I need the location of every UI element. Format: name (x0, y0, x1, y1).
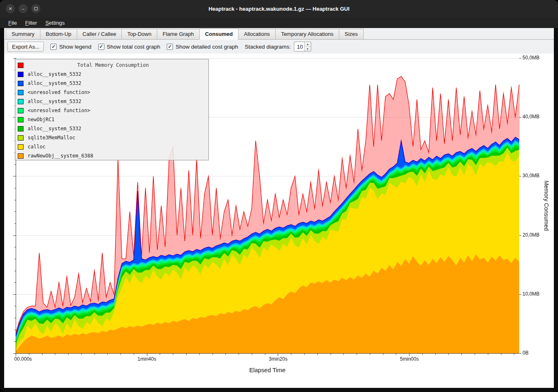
legend-item: alloc__system_5332 (15, 70, 208, 79)
legend-item: alloc__system_5332 (15, 97, 208, 106)
titlebar: ✕ – Heaptrack - heaptrack.wakunode.1.gz … (0, 0, 558, 17)
legend-item: alloc__system_5332 (15, 124, 208, 133)
menu-filter[interactable]: Filter (21, 19, 41, 27)
stacked-diagrams-group: Stacked diagrams: 10 ▲ ▼ (245, 42, 311, 52)
legend-item: newObjRC1 (15, 115, 208, 124)
legend-swatch (18, 81, 24, 86)
y-tick-label: 40,0MB (523, 114, 539, 120)
menu-filter-rest: ilter (28, 20, 37, 26)
legend-item-label: calloc (28, 144, 45, 150)
x-tick-label: 1min40s (137, 356, 156, 362)
x-tick-label: 00.000s (14, 356, 32, 362)
checkbox-box: ✓ (50, 44, 57, 50)
menubar: File Filter Settings (0, 17, 558, 28)
tab-temporary-allocations[interactable]: Temporary Allocations (275, 29, 339, 39)
export-as-button[interactable]: Export As... (7, 42, 44, 52)
check-icon: ✓ (52, 44, 56, 49)
menu-filter-mnemonic: F (25, 20, 28, 26)
legend-item: calloc (15, 142, 208, 151)
legend-swatch (18, 117, 24, 122)
legend-swatch (18, 144, 24, 150)
legend-swatch (18, 135, 24, 141)
menu-file[interactable]: File (4, 19, 21, 27)
chevron-down-icon: ▼ (306, 48, 309, 50)
show-legend-checkbox[interactable]: ✓ Show legend (50, 44, 91, 50)
tab-summary[interactable]: Summary (6, 29, 40, 39)
legend-swatch (18, 99, 24, 104)
menu-file-mnemonic: F (8, 20, 12, 26)
toolbar: Export As... ✓ Show legend ✓ Show total … (4, 40, 554, 54)
menu-file-rest: ile (12, 20, 17, 26)
y-tick-label: 20,0MB (523, 232, 539, 238)
legend-swatch (18, 108, 24, 113)
x-axis-title: Elapsed Time (249, 367, 286, 373)
legend-item-label: rawNewObj__system_6388 (28, 153, 93, 159)
menu-settings[interactable]: Settings (41, 19, 69, 27)
legend-item-label: alloc__system_5332 (28, 80, 81, 86)
y-tick-label: 50,0MB (523, 55, 539, 61)
legend-item-label: alloc__system_5332 (28, 71, 81, 77)
checkbox-label: Show detailed cost graph (175, 44, 238, 50)
x-tick-label: 3min20s (269, 356, 287, 362)
checkbox-label: Show total cost graph (107, 44, 161, 50)
checkbox-box: ✓ (167, 44, 173, 50)
minimize-icon: – (22, 6, 24, 11)
tab-bottom-up[interactable]: Bottom-Up (40, 29, 77, 39)
legend-swatch (18, 72, 24, 77)
spin-down-button[interactable]: ▼ (305, 47, 311, 52)
legend-title-row: Total Memory Consumption (15, 61, 208, 70)
spinbox-value: 10 (294, 42, 304, 51)
tab-allocations[interactable]: Allocations (238, 29, 276, 39)
legend-item: sqlite3MemMalloc (15, 133, 208, 142)
legend-item-label: alloc__system_5332 (28, 99, 81, 104)
legend-item: <unresolved function> (15, 88, 208, 97)
legend-swatch (18, 153, 24, 159)
show-detailed-cost-graph-checkbox[interactable]: ✓ Show detailed cost graph (167, 44, 238, 50)
legend-item: alloc__system_5332 (15, 79, 208, 88)
main-content: Summary Bottom-Up Caller / Callee Top-Do… (4, 28, 554, 388)
maximize-icon (34, 7, 38, 10)
tab-sizes[interactable]: Sizes (339, 29, 364, 39)
close-button[interactable]: ✕ (6, 4, 15, 13)
menu-settings-mnemonic: S (45, 20, 49, 26)
legend-item-label: newObjRC1 (28, 117, 54, 122)
window-controls: ✕ – (0, 4, 40, 13)
spinbox-buttons: ▲ ▼ (304, 42, 311, 51)
legend-item-label: sqlite3MemMalloc (28, 135, 76, 141)
stacked-diagrams-spinbox[interactable]: 10 ▲ ▼ (294, 42, 311, 52)
chevron-up-icon: ▲ (306, 43, 309, 45)
legend-item: <unresolved function> (15, 106, 208, 115)
tab-consumed[interactable]: Consumed (199, 28, 239, 40)
check-icon: ✓ (99, 44, 103, 49)
checkbox-box: ✓ (98, 44, 104, 50)
x-tick-label: 5min00s (400, 356, 418, 362)
legend-swatch-total (18, 63, 24, 68)
tab-bar: Summary Bottom-Up Caller / Callee Top-Do… (4, 28, 554, 40)
y-tick-label: 10,0MB (523, 291, 539, 297)
legend-title: Total Memory Consumption (28, 62, 199, 68)
legend-item: rawNewObj__system_6388 (15, 151, 208, 160)
memory-consumption-chart: Total Memory Consumption alloc__system_5… (4, 54, 554, 388)
maximize-button[interactable] (31, 4, 40, 13)
window-title: Heaptrack - heaptrack.wakunode.1.gz — He… (0, 6, 558, 12)
tab-caller-callee[interactable]: Caller / Callee (77, 29, 122, 39)
y-tick-label: 0B (523, 350, 529, 356)
check-icon: ✓ (168, 44, 172, 49)
y-axis-title: Memory Consumed (543, 181, 550, 231)
chart-legend: Total Memory Consumption alloc__system_5… (15, 59, 209, 160)
spin-up-button[interactable]: ▲ (305, 42, 311, 47)
close-icon: ✕ (8, 6, 12, 12)
menu-settings-rest: ettings (49, 20, 65, 26)
legend-item-label: <unresolved function> (28, 89, 90, 95)
heaptrack-window: ✕ – Heaptrack - heaptrack.wakunode.1.gz … (0, 0, 558, 392)
checkbox-label: Show legend (59, 44, 91, 50)
minimize-button[interactable]: – (19, 4, 28, 13)
legend-item-label: <unresolved function> (28, 108, 90, 113)
legend-item-label: alloc__system_5332 (28, 126, 81, 131)
legend-swatch (18, 126, 24, 131)
stacked-diagrams-label: Stacked diagrams: (245, 44, 291, 50)
show-total-cost-graph-checkbox[interactable]: ✓ Show total cost graph (98, 44, 161, 50)
tab-flame-graph[interactable]: Flame Graph (157, 29, 200, 39)
y-tick-label: 30,0MB (523, 173, 539, 178)
tab-top-down[interactable]: Top-Down (121, 29, 157, 39)
